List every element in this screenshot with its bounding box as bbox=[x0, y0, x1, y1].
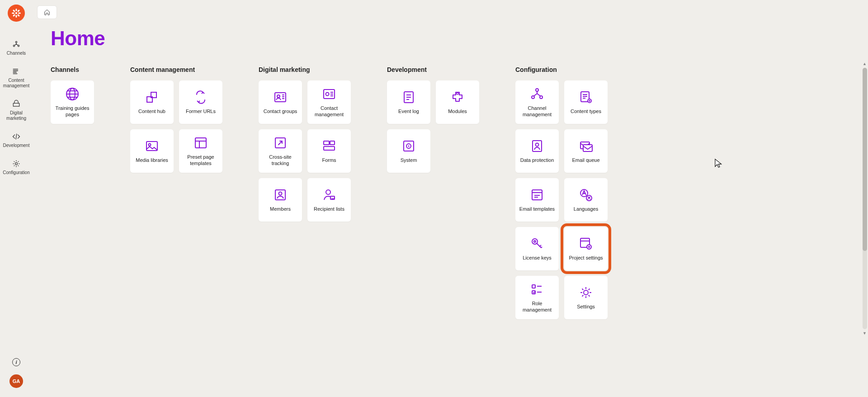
avatar[interactable]: GA bbox=[9, 374, 23, 388]
tile-system[interactable]: System bbox=[387, 129, 430, 173]
sidebar-item-label: Development bbox=[1, 143, 32, 148]
sidebar: Channels Content management Digital mark… bbox=[0, 0, 33, 397]
cross-site-icon bbox=[273, 135, 288, 151]
scrollbar[interactable] bbox=[863, 68, 867, 329]
tile-label: Role management bbox=[519, 301, 555, 313]
category: Content management Content hub Former UR… bbox=[130, 66, 222, 173]
media-icon bbox=[144, 138, 160, 154]
tile-license-keys[interactable]: License keys bbox=[515, 227, 559, 270]
tile-label: Project settings bbox=[569, 255, 603, 261]
tile-label: System bbox=[401, 157, 417, 164]
tile-contact-groups[interactable]: Contact groups bbox=[259, 80, 302, 124]
former-urls-icon bbox=[193, 90, 208, 105]
data-protection-icon bbox=[529, 138, 545, 154]
category-title: Configuration bbox=[515, 66, 608, 73]
tile-media[interactable]: Media libraries bbox=[130, 129, 174, 173]
tile-label: Email queue bbox=[572, 157, 599, 164]
tile-email-templates[interactable]: Email templates bbox=[515, 178, 559, 222]
tile-data-protection[interactable]: Data protection bbox=[515, 129, 559, 173]
tile-label: Preset page templates bbox=[183, 154, 219, 167]
sidebar-item-content-mgmt[interactable]: Content management bbox=[0, 67, 33, 89]
scroll-arrow-up-icon[interactable]: ▲ bbox=[863, 61, 867, 66]
tile-role-mgmt[interactable]: Role management bbox=[515, 276, 559, 319]
tile-content-types[interactable]: Content types bbox=[564, 80, 608, 124]
tile-content-hub[interactable]: Content hub bbox=[130, 80, 174, 124]
tile-email-queue[interactable]: Email queue bbox=[564, 129, 608, 173]
category-title: Development bbox=[387, 66, 479, 73]
sidebar-item-development[interactable]: Development bbox=[0, 132, 33, 148]
tile-label: Former URLs bbox=[186, 109, 216, 115]
contact-mgmt-icon bbox=[321, 86, 337, 102]
category-title: Content management bbox=[130, 66, 222, 73]
tile-label: Modules bbox=[448, 109, 467, 115]
tile-label: Channel management bbox=[519, 105, 555, 118]
email-templates-icon bbox=[529, 187, 545, 203]
forms-icon bbox=[321, 138, 337, 154]
category: Development Event log Modules System bbox=[387, 66, 479, 173]
tile-event-log[interactable]: Event log bbox=[387, 80, 430, 124]
channel-mgmt-icon bbox=[529, 86, 545, 102]
email-queue-icon bbox=[578, 138, 594, 154]
sidebar-item-channels[interactable]: Channels bbox=[0, 40, 33, 56]
tile-label: Event log bbox=[398, 109, 419, 115]
info-icon[interactable]: i bbox=[12, 358, 20, 366]
sidebar-item-label: Content management bbox=[0, 78, 33, 89]
tile-label: Data protection bbox=[520, 157, 554, 164]
tile-forms[interactable]: Forms bbox=[307, 129, 351, 173]
scrollbar-thumb[interactable] bbox=[863, 68, 867, 251]
tile-globe[interactable]: Training guides pages bbox=[51, 80, 94, 124]
license-keys-icon bbox=[529, 236, 545, 251]
tile-languages[interactable]: Languages bbox=[564, 178, 608, 222]
tile-label: Content hub bbox=[138, 109, 165, 115]
app-logo[interactable] bbox=[8, 5, 25, 22]
tile-cross-site[interactable]: Cross-site tracking bbox=[259, 129, 302, 173]
sidebar-item-label: Channels bbox=[5, 51, 28, 56]
tile-settings[interactable]: Settings bbox=[564, 276, 608, 319]
sidebar-item-configuration[interactable]: Configuration bbox=[0, 159, 33, 175]
tile-label: Settings bbox=[577, 304, 595, 310]
category-title: Digital marketing bbox=[259, 66, 351, 73]
system-icon bbox=[401, 138, 416, 154]
tile-label: Training guides pages bbox=[54, 105, 90, 118]
tile-label: Forms bbox=[322, 157, 336, 164]
tile-label: Content types bbox=[571, 109, 601, 115]
digital-mkt-icon bbox=[12, 99, 21, 109]
tile-recipient[interactable]: Recipient lists bbox=[307, 178, 351, 222]
category-title: Channels bbox=[51, 66, 94, 73]
scroll-arrow-down-icon[interactable]: ▼ bbox=[863, 331, 867, 336]
tile-project-settings[interactable]: Project settings bbox=[564, 227, 608, 270]
project-settings-icon bbox=[578, 236, 594, 251]
tile-modules[interactable]: Modules bbox=[436, 80, 479, 124]
tile-label: Contact groups bbox=[264, 109, 297, 115]
tile-label: Recipient lists bbox=[314, 206, 344, 213]
tile-label: Contact management bbox=[311, 105, 347, 118]
languages-icon bbox=[578, 187, 594, 203]
tile-contact-mgmt[interactable]: Contact management bbox=[307, 80, 351, 124]
role-mgmt-icon bbox=[529, 282, 545, 297]
channels-icon bbox=[12, 40, 21, 49]
tile-label: Email templates bbox=[519, 206, 555, 213]
members-icon bbox=[273, 187, 288, 203]
page-title: Home bbox=[51, 27, 850, 50]
tile-label: License keys bbox=[523, 255, 552, 261]
tile-label: Languages bbox=[574, 206, 598, 213]
category: Channels Training guides pages bbox=[51, 66, 94, 124]
tile-channel-mgmt[interactable]: Channel management bbox=[515, 80, 559, 124]
globe-icon bbox=[65, 86, 80, 102]
category: Configuration Channel management Content… bbox=[515, 66, 608, 319]
tile-members[interactable]: Members bbox=[259, 178, 302, 222]
event-log-icon bbox=[401, 90, 416, 105]
development-icon bbox=[12, 132, 21, 141]
configuration-icon bbox=[12, 159, 21, 168]
recipient-icon bbox=[321, 187, 337, 203]
category: Digital marketing Contact groups Contact… bbox=[259, 66, 351, 222]
content-types-icon bbox=[578, 90, 594, 105]
tile-preset-templates[interactable]: Preset page templates bbox=[179, 129, 222, 173]
settings-icon bbox=[578, 285, 594, 300]
tile-former-urls[interactable]: Former URLs bbox=[179, 80, 222, 124]
modules-icon bbox=[450, 90, 465, 105]
sidebar-item-digital-mkt[interactable]: Digital marketing bbox=[0, 99, 33, 121]
main-content: Home Channels Training guides pagesConte… bbox=[33, 0, 868, 397]
sidebar-item-label: Digital marketing bbox=[0, 110, 33, 121]
tile-label: Cross-site tracking bbox=[262, 154, 298, 167]
